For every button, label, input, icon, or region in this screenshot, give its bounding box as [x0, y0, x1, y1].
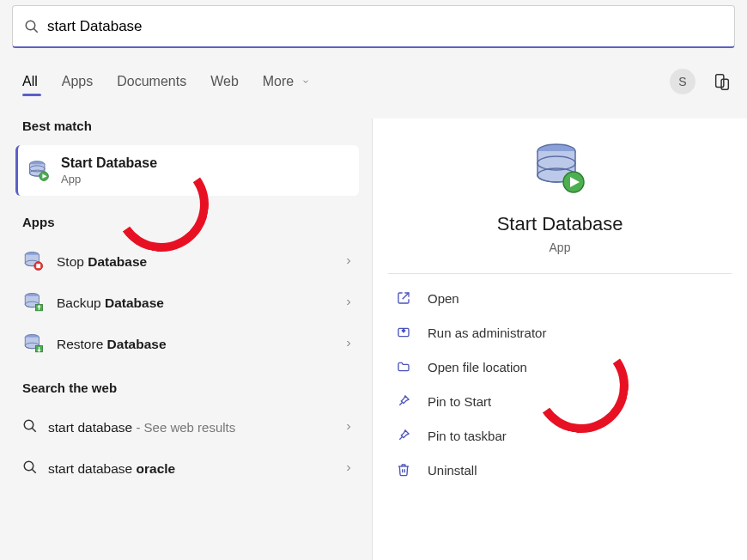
action-pin-to-taskbar[interactable]: Pin to taskbar [373, 418, 747, 453]
best-match-title: Start Database [61, 155, 157, 171]
svg-point-21 [24, 461, 33, 471]
svg-line-20 [32, 428, 36, 432]
action-open-file-location[interactable]: Open file location [373, 350, 747, 384]
action-label: Pin to Start [428, 394, 491, 409]
app-item-label: Restore Database [57, 337, 343, 352]
apps-header: Apps [22, 215, 373, 229]
action-pin-to-start[interactable]: Pin to Start [373, 384, 747, 418]
action-run-as-administrator[interactable]: Run as administrator [373, 315, 747, 350]
phone-link-icon[interactable] [713, 72, 732, 91]
details-subtitle: App [550, 240, 571, 254]
tab-more-label: More [263, 74, 294, 88]
action-label: Uninstall [428, 463, 477, 478]
chevron-right-icon [343, 420, 354, 435]
app-item-label: Backup Database [57, 295, 343, 311]
action-label: Open [428, 291, 459, 306]
action-label: Run as administrator [428, 326, 546, 340]
app-item-backup-database[interactable]: Backup Database [17, 283, 359, 324]
app-item-stop-database[interactable]: Stop Database [17, 241, 359, 283]
pin-icon [393, 394, 414, 408]
action-uninstall[interactable]: Uninstall [373, 453, 747, 487]
tab-all[interactable]: All [22, 74, 38, 89]
svg-rect-2 [716, 75, 724, 88]
best-match-subtitle: App [61, 173, 157, 186]
svg-rect-12 [36, 264, 40, 268]
app-item-restore-database[interactable]: Restore Database [17, 324, 359, 365]
tabs-row: All Apps Documents Web More S [22, 69, 732, 94]
chevron-right-icon [343, 295, 354, 311]
best-match-header: Best match [22, 119, 373, 133]
details-panel: Start Database App Open Run as administr… [373, 119, 747, 560]
search-icon [22, 460, 38, 478]
details-title: Start Database [497, 213, 623, 235]
svg-rect-3 [721, 79, 728, 89]
folder-icon [393, 360, 414, 374]
chevron-down-icon [301, 74, 310, 88]
web-result-item[interactable]: start database - See web results [17, 407, 359, 448]
divider [388, 273, 732, 274]
chevron-right-icon [343, 337, 354, 352]
action-open[interactable]: Open [373, 281, 747, 315]
action-label: Open file location [428, 360, 527, 374]
svg-point-0 [26, 21, 35, 30]
chevron-right-icon [343, 461, 354, 477]
user-avatar[interactable]: S [670, 69, 695, 94]
tab-more[interactable]: More [263, 74, 310, 89]
shield-admin-icon [393, 326, 414, 339]
chevron-right-icon [343, 254, 354, 270]
results-column: Best match Start Database App Apps [0, 119, 373, 560]
tab-apps[interactable]: Apps [62, 74, 93, 89]
database-start-icon [27, 159, 51, 183]
database-backup-icon [22, 291, 46, 315]
web-result-label: start database oracle [48, 461, 343, 477]
pin-icon [393, 429, 414, 442]
app-item-label: Stop Database [57, 254, 343, 270]
search-input[interactable] [42, 18, 726, 35]
search-icon [21, 19, 42, 34]
search-web-header: Search the web [22, 380, 373, 395]
web-result-label: start database - See web results [48, 420, 343, 435]
open-icon [393, 291, 414, 305]
web-result-item[interactable]: start database oracle [17, 448, 359, 490]
best-match-item[interactable]: Start Database App [15, 145, 359, 196]
database-restore-icon [22, 332, 46, 356]
search-bar[interactable] [12, 5, 735, 48]
svg-line-1 [33, 28, 38, 33]
database-start-icon [532, 141, 587, 196]
svg-point-19 [24, 420, 33, 429]
database-stop-icon [22, 250, 46, 274]
trash-icon [393, 463, 414, 477]
action-label: Pin to taskbar [428, 429, 507, 443]
search-icon [22, 418, 38, 437]
svg-line-22 [32, 469, 36, 473]
tab-web[interactable]: Web [210, 74, 239, 89]
tab-documents[interactable]: Documents [117, 74, 186, 89]
